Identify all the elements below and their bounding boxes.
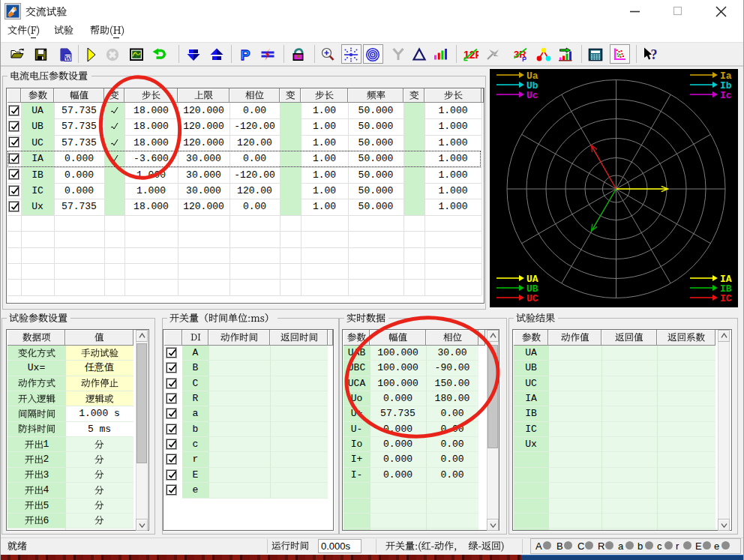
svg-text:UC: UC bbox=[526, 293, 538, 304]
svg-text:Ic: Ic bbox=[720, 90, 732, 101]
svg-text:W: W bbox=[64, 55, 71, 62]
svg-text:P: P bbox=[241, 47, 250, 62]
svg-text:?: ? bbox=[651, 47, 658, 62]
svg-text:P: P bbox=[522, 55, 526, 62]
svg-text:IC: IC bbox=[720, 293, 732, 304]
svg-text:Uc: Uc bbox=[526, 90, 538, 101]
